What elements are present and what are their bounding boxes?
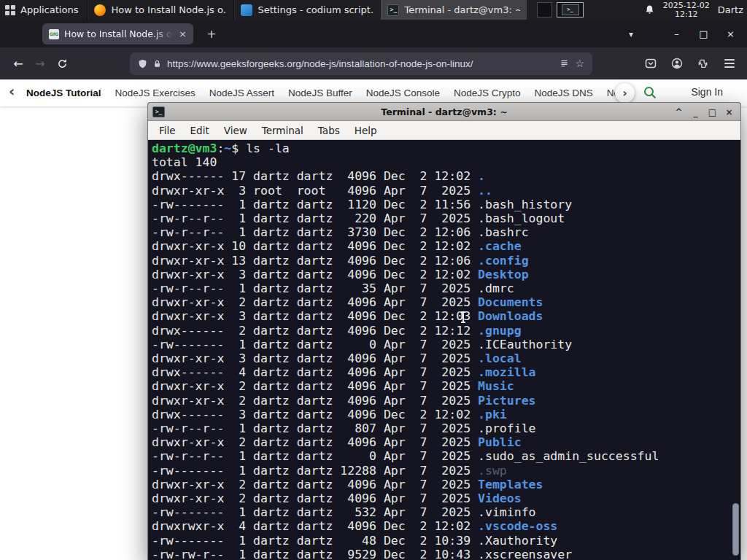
terminal-body[interactable]: dartz@vm3:~$ ls -la total 140 drwx------… xyxy=(149,141,740,560)
directory-name: .. xyxy=(478,184,492,198)
terminal-line: -rw-r--r-- 1 dartz dartz 0 Apr 7 2025 .s… xyxy=(152,449,740,463)
panel-status-area: 2025-12-02 12:12 Dartz xyxy=(644,0,747,20)
directory-name: Desktop xyxy=(478,268,529,281)
scrollbar-thumb[interactable] xyxy=(732,503,739,556)
file-name: .profile xyxy=(478,421,535,435)
terminal-line: -rw------- 1 dartz dartz 532 Apr 7 2025 … xyxy=(152,505,740,519)
gfg-nav-item[interactable]: NodeJS Exercises xyxy=(115,88,196,98)
taskbar-button[interactable]: Settings - codium script... xyxy=(233,0,380,20)
account-icon[interactable] xyxy=(666,53,687,74)
file-name: .bash_history xyxy=(478,198,572,211)
url-bar[interactable]: https://www.geeksforgeeks.org/node-js/in… xyxy=(130,52,592,75)
terminal-line: drwxr-xr-x 2 dartz dartz 4096 Apr 7 2025… xyxy=(152,379,740,393)
terminal-command: ls -la xyxy=(246,141,290,155)
nav-scroll-left-icon[interactable]: ‹ xyxy=(9,82,15,100)
tab-strip: GfG How to Install Node.js on... × + ▾ –… xyxy=(0,20,747,47)
url-text[interactable]: https://www.geeksforgeeks.org/node-js/in… xyxy=(167,58,554,69)
workspace-pager[interactable]: >_ xyxy=(537,2,584,18)
terminal-line: drwxr-xr-x 13 dartz dartz 4096 Dec 2 12:… xyxy=(152,254,740,268)
applications-label: Applications xyxy=(20,4,78,15)
nav-scroll-right-icon[interactable]: › xyxy=(615,83,635,103)
terminal-window: >_ Terminal - dartz@vm3: ~ ^ _ □ × FileE… xyxy=(147,102,741,560)
terminal-line: -rw-r--r-- 1 dartz dartz 3730 Dec 2 12:0… xyxy=(152,225,740,239)
terminal-window-title: Terminal - dartz@vm3: ~ xyxy=(148,106,740,117)
terminal-icon: >_ xyxy=(387,4,399,16)
file-name: .viminfo xyxy=(478,505,535,519)
applications-menu-button[interactable]: Applications xyxy=(0,0,87,20)
lock-icon[interactable] xyxy=(153,59,161,69)
browser-tab[interactable]: GfG How to Install Node.js on... × xyxy=(42,23,193,44)
toolbar-right-icons xyxy=(640,53,740,74)
notifications-bell-icon[interactable] xyxy=(644,4,655,15)
pocket-icon[interactable] xyxy=(640,53,661,74)
bookmark-star-icon[interactable]: ☆ xyxy=(575,58,584,69)
shade-button[interactable]: ^ xyxy=(670,107,687,117)
directory-name: Documents xyxy=(478,295,543,309)
workspace-2[interactable]: >_ xyxy=(557,2,584,18)
applications-icon xyxy=(5,5,15,15)
taskbar-button-label: How to Install Node.js o... xyxy=(111,4,227,15)
workspace-1[interactable] xyxy=(537,2,552,18)
terminal-menu-edit[interactable]: Edit xyxy=(183,125,217,136)
terminal-line: drwx------ 2 dartz dartz 4096 Dec 2 12:1… xyxy=(152,324,740,338)
directory-name: Music xyxy=(478,379,514,393)
file-name: .bashrc xyxy=(478,225,529,239)
terminal-line: drwxr-xr-x 10 dartz dartz 4096 Dec 2 12:… xyxy=(152,239,740,253)
terminal-line: drwxr-xr-x 3 dartz dartz 4096 Apr 7 2025… xyxy=(152,351,740,365)
taskbar-button-label: Terminal - dartz@vm3: ~ xyxy=(404,4,520,15)
list-all-tabs-icon[interactable]: ▾ xyxy=(622,26,640,43)
taskbar-button[interactable]: >_Terminal - dartz@vm3: ~ xyxy=(380,0,527,20)
terminal-line: drwxr-xr-x 3 root root 4096 Apr 7 2025 .… xyxy=(152,184,740,198)
back-button[interactable]: ← xyxy=(7,52,29,74)
new-tab-button[interactable]: + xyxy=(202,25,221,43)
panel-clock[interactable]: 2025-12-02 12:12 xyxy=(663,1,710,19)
gfg-nav-item[interactable]: NodeJS Assert xyxy=(209,88,274,98)
terminal-scrollbar[interactable] xyxy=(732,141,740,559)
sign-in-button[interactable]: Sign In xyxy=(691,86,723,98)
terminal-menu-help[interactable]: Help xyxy=(347,125,384,136)
reader-mode-icon[interactable] xyxy=(560,59,569,69)
directory-name: .mozilla xyxy=(478,365,535,379)
minimize-button[interactable]: – xyxy=(663,23,690,44)
terminal-menubar: FileEditViewTerminalTabsHelp xyxy=(148,121,740,140)
terminal-line: drwxr-xr-x 2 dartz dartz 4096 Apr 7 2025… xyxy=(152,491,740,505)
firefox-icon xyxy=(94,4,106,16)
search-icon[interactable] xyxy=(643,85,657,103)
terminal-menu-file[interactable]: File xyxy=(152,125,183,136)
taskbar: How to Install Node.js o...Settings - co… xyxy=(87,0,527,20)
terminal-line: drwx------ 17 dartz dartz 4096 Dec 2 12:… xyxy=(152,169,740,183)
maximize-button[interactable]: □ xyxy=(690,23,717,44)
gfg-nav-item[interactable]: NodeJS Tutorial xyxy=(26,88,101,98)
tab-close-icon[interactable]: × xyxy=(179,28,187,39)
maximize-button[interactable]: □ xyxy=(704,107,721,117)
file-name: .sudo_as_admin_successful xyxy=(478,449,659,463)
terminal-menu-tabs[interactable]: Tabs xyxy=(311,125,347,136)
directory-name: .cache xyxy=(478,239,522,253)
terminal-line: -rw-rw-r-- 1 dartz dartz 9529 Dec 2 10:4… xyxy=(152,548,740,560)
panel-username[interactable]: Dartz xyxy=(718,4,743,15)
terminal-menu-view[interactable]: View xyxy=(217,125,255,136)
directory-name: Templates xyxy=(478,478,543,491)
terminal-menu-terminal[interactable]: Terminal xyxy=(255,125,311,136)
close-button[interactable]: × xyxy=(717,23,744,44)
terminal-titlebar[interactable]: >_ Terminal - dartz@vm3: ~ ^ _ □ × xyxy=(148,103,740,121)
taskbar-button[interactable]: How to Install Node.js o... xyxy=(87,0,233,20)
extensions-icon[interactable] xyxy=(692,53,713,74)
codium-icon xyxy=(241,4,252,16)
gfg-nav-item[interactable]: NodeJS Buffer xyxy=(288,88,352,98)
minimize-button[interactable]: _ xyxy=(687,107,704,117)
top-panel: Applications How to Install Node.js o...… xyxy=(0,0,747,20)
close-button[interactable]: × xyxy=(721,107,738,117)
gfg-nav-item[interactable]: NodeJS Console xyxy=(366,88,440,98)
file-name: .dmrc xyxy=(478,281,514,295)
menu-hamburger-icon[interactable] xyxy=(719,53,740,74)
gfg-nav-item[interactable]: NodeJS DNS xyxy=(535,88,593,98)
reload-button[interactable] xyxy=(51,52,73,74)
terminal-line: drwxr-xr-x 3 dartz dartz 4096 Dec 2 12:0… xyxy=(152,268,740,281)
terminal-mini-icon: >_ xyxy=(562,4,579,15)
gfg-nav-item[interactable]: NodeJS Crypto xyxy=(454,88,521,98)
file-name: .swp xyxy=(478,464,507,478)
terminal-line: drwx------ 4 dartz dartz 4096 Apr 7 2025… xyxy=(152,365,740,379)
forward-button[interactable]: → xyxy=(29,52,51,74)
shield-icon[interactable] xyxy=(138,58,147,69)
